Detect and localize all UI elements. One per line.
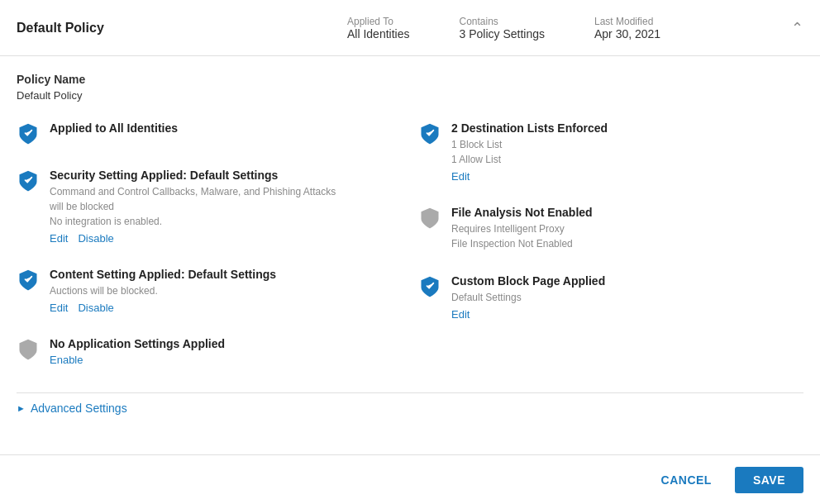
shield-blue-icon (418, 275, 441, 298)
cancel-button[interactable]: CANCEL (648, 467, 725, 493)
last-modified-label: Last Modified (594, 16, 660, 27)
policy-content: Policy Name Default Policy Applied to Al… (0, 56, 820, 454)
content-setting-sub: Auctions will be blocked. (50, 283, 276, 298)
destination-edit-link[interactable]: Edit (451, 170, 470, 183)
advanced-settings-section[interactable]: ► Advanced Settings (17, 392, 803, 423)
shield-blue-icon (17, 122, 40, 145)
contains-value: 3 Policy Settings (459, 27, 545, 40)
content-edit-link[interactable]: Edit (50, 302, 68, 314)
applied-identities-title: Applied to All Identities (50, 121, 178, 135)
policy-name-header: Default Policy (17, 21, 149, 36)
content-disable-link[interactable]: Disable (78, 302, 113, 314)
shield-gray-icon (418, 207, 441, 230)
collapse-chevron-icon[interactable]: ⌃ (791, 19, 803, 37)
custom-block-page-item: Custom Block Page Applied Default Settin… (418, 274, 803, 321)
policy-header: Default Policy Applied To All Identities… (0, 0, 820, 56)
app-enable-link[interactable]: Enable (50, 354, 83, 366)
custom-block-edit-link[interactable]: Edit (451, 308, 470, 321)
shield-blue-icon (418, 122, 441, 145)
security-disable-link[interactable]: Disable (78, 232, 113, 245)
policy-name-label: Policy Name (17, 73, 803, 86)
header-meta: Applied To All Identities Contains 3 Pol… (347, 16, 660, 40)
settings-grid: Applied to All Identities Security Setti… (17, 121, 803, 389)
content-setting-content: Content Setting Applied: Default Setting… (50, 268, 276, 314)
applied-identities-content: Applied to All Identities (50, 121, 178, 137)
file-analysis-content: File Analysis Not Enabled Requires Intel… (451, 206, 593, 251)
security-setting-content: Security Setting Applied: Default Settin… (50, 169, 336, 245)
file-analysis-title: File Analysis Not Enabled (451, 206, 593, 219)
save-button[interactable]: SAVE (735, 467, 803, 493)
left-column: Applied to All Identities Security Setti… (17, 121, 402, 389)
content-setting-actions: Edit Disable (50, 302, 276, 314)
advanced-chevron-icon: ► (17, 403, 26, 413)
destination-lists-content: 2 Destination Lists Enforced 1 Block Lis… (451, 121, 608, 183)
custom-block-page-title: Custom Block Page Applied (451, 274, 605, 288)
policy-name-section: Policy Name Default Policy (17, 73, 803, 102)
custom-block-page-sub: Default Settings (451, 290, 605, 305)
custom-block-page-content: Custom Block Page Applied Default Settin… (451, 274, 605, 321)
no-app-setting-actions: Enable (50, 354, 225, 366)
last-modified-group: Last Modified Apr 30, 2021 (594, 16, 660, 40)
contains-label: Contains (459, 16, 545, 27)
shield-blue-icon (17, 169, 40, 193)
applied-to-label: Applied To (347, 16, 409, 27)
file-analysis-sub: Requires Intelligent ProxyFile Inspectio… (451, 221, 593, 251)
right-column: 2 Destination Lists Enforced 1 Block Lis… (418, 121, 803, 389)
no-app-setting-item: No Application Settings Applied Enable (17, 337, 402, 366)
security-setting-actions: Edit Disable (50, 232, 336, 245)
no-app-setting-content: No Application Settings Applied Enable (50, 337, 225, 366)
destination-lists-sub: 1 Block List1 Allow List (451, 137, 608, 167)
security-setting-title: Security Setting Applied: Default Settin… (50, 169, 336, 182)
shield-gray-icon (17, 338, 40, 361)
security-setting-sub: Command and Control Callbacks, Malware, … (50, 184, 336, 229)
advanced-settings-label: Advanced Settings (31, 402, 127, 415)
destination-lists-actions: Edit (451, 170, 608, 183)
applied-to-group: Applied To All Identities (347, 16, 409, 40)
applied-identities-item: Applied to All Identities (17, 121, 402, 145)
contains-group: Contains 3 Policy Settings (459, 16, 545, 40)
applied-to-value: All Identities (347, 27, 409, 40)
security-edit-link[interactable]: Edit (50, 232, 68, 245)
destination-lists-item: 2 Destination Lists Enforced 1 Block Lis… (418, 121, 803, 183)
destination-lists-title: 2 Destination Lists Enforced (451, 121, 608, 135)
custom-block-page-actions: Edit (451, 308, 605, 321)
footer-actions: CANCEL SAVE (0, 454, 820, 504)
no-app-setting-title: No Application Settings Applied (50, 337, 225, 350)
content-setting-title: Content Setting Applied: Default Setting… (50, 268, 276, 281)
policy-name-display: Default Policy (17, 89, 803, 102)
security-setting-item: Security Setting Applied: Default Settin… (17, 169, 402, 245)
last-modified-value: Apr 30, 2021 (594, 27, 660, 40)
content-setting-item: Content Setting Applied: Default Setting… (17, 268, 402, 314)
file-analysis-item: File Analysis Not Enabled Requires Intel… (418, 206, 803, 251)
shield-blue-icon (17, 269, 40, 292)
